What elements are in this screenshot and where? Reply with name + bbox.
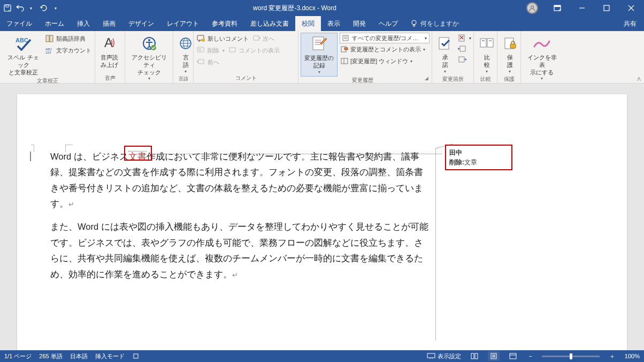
accept-button[interactable]: 承 諾 bbox=[434, 33, 456, 76]
language-button[interactable]: 言 語 bbox=[175, 33, 196, 76]
language-indicator[interactable]: 日本語 bbox=[70, 352, 88, 360]
tab-draw[interactable]: 描画 bbox=[96, 16, 122, 31]
page-indicator[interactable]: 1/1 ページ bbox=[4, 352, 32, 360]
minimize-button[interactable] bbox=[570, 1, 594, 16]
tab-review[interactable]: 校閲 bbox=[295, 16, 321, 31]
zoom-level[interactable]: 100% bbox=[625, 353, 640, 359]
show-comments-icon bbox=[229, 47, 236, 54]
svg-text:123: 123 bbox=[45, 51, 51, 54]
document-body[interactable]: Word は、ビジネス文書作成において非常に便利なツールです。主に報告書や契約書… bbox=[50, 149, 429, 290]
svg-rect-61 bbox=[475, 353, 478, 359]
tab-file[interactable]: ファイル bbox=[0, 16, 39, 31]
revision-balloon[interactable]: 田中 削除:文章 bbox=[445, 145, 512, 170]
group-compare: 比 較 比較 bbox=[474, 31, 497, 83]
redo-icon[interactable] bbox=[40, 4, 48, 12]
zoom-out-button[interactable]: − bbox=[526, 353, 534, 359]
qat-customize-icon[interactable]: ▾ bbox=[51, 4, 60, 12]
svg-rect-6 bbox=[604, 5, 609, 11]
status-bar: 1/1 ページ 265 単語 日本語 挿入モード 表示設定 − ＋ 100% bbox=[0, 350, 644, 362]
group-accessibility: アクセシビリティ チェック アクセシビリティ bbox=[125, 31, 173, 83]
tab-design[interactable]: デザイン bbox=[122, 16, 160, 31]
ribbon-tabs: ファイル ホーム 挿入 描画 デザイン レイアウト 参考資料 差し込み文書 校閲… bbox=[0, 16, 644, 31]
hide-ink-button[interactable]: インクを非表 示にする bbox=[523, 33, 561, 82]
svg-text:ABC: ABC bbox=[16, 37, 28, 43]
group-speech: A 音声読 み上げ 音声 bbox=[95, 31, 125, 83]
zoom-slider[interactable] bbox=[542, 356, 600, 357]
print-layout-button[interactable] bbox=[488, 351, 500, 361]
new-comment-button[interactable]: 新しいコメント 次へ bbox=[196, 33, 275, 44]
track-changes-button[interactable]: 変更履歴の 記録 bbox=[301, 33, 338, 77]
tab-home[interactable]: ホーム bbox=[39, 16, 71, 31]
word-count[interactable]: 265 単語 bbox=[39, 352, 62, 360]
tab-mailings[interactable]: 差し込み文書 bbox=[244, 16, 295, 31]
svg-rect-51 bbox=[487, 39, 493, 47]
prev-comment-button: 前へ bbox=[196, 56, 220, 68]
tab-references[interactable]: 参考資料 bbox=[205, 16, 244, 31]
change-bar bbox=[30, 152, 32, 161]
tab-layout[interactable]: レイアウト bbox=[160, 16, 205, 31]
svg-rect-50 bbox=[480, 39, 486, 47]
show-markup-button[interactable]: 変更履歴とコメントの表示 bbox=[340, 43, 430, 55]
tab-developer[interactable]: 開発 bbox=[347, 16, 372, 31]
svg-rect-28 bbox=[197, 47, 204, 52]
close-button[interactable] bbox=[619, 1, 643, 16]
group-ink: インクを非表 示にする インク bbox=[521, 31, 563, 83]
collapse-ribbon-icon[interactable]: ᐱ bbox=[637, 76, 641, 82]
tab-insert[interactable]: 挿入 bbox=[71, 16, 96, 31]
svg-rect-60 bbox=[471, 353, 474, 359]
svg-rect-49 bbox=[459, 57, 464, 62]
accessibility-button[interactable]: アクセシビリティ チェック bbox=[127, 33, 171, 82]
group-language: 言 語 言語 bbox=[173, 31, 194, 83]
share-button[interactable]: 共有 bbox=[616, 16, 644, 31]
undo-dropdown-icon[interactable]: ▾ bbox=[27, 4, 35, 12]
thesaurus-button[interactable]: 類義語辞典 bbox=[44, 33, 93, 44]
document-area: Word は、ビジネス文書作成において非常に便利なツールです。主に報告書や契約書… bbox=[0, 84, 644, 351]
next-change-button[interactable] bbox=[457, 54, 472, 65]
svg-rect-31 bbox=[229, 48, 235, 52]
read-mode-button[interactable] bbox=[469, 351, 480, 361]
web-layout-button[interactable] bbox=[507, 351, 519, 361]
wordcount-icon: ABC123 bbox=[45, 47, 54, 54]
wordcount-button[interactable]: ABC123 文字カウント bbox=[44, 44, 93, 56]
display-icon bbox=[427, 353, 435, 359]
reviewing-pane-button[interactable]: [変更履歴] ウィンドウ bbox=[340, 55, 430, 67]
next-comment-icon bbox=[253, 35, 260, 42]
svg-point-18 bbox=[148, 39, 150, 41]
display-for-review[interactable]: すべての変更履歴/コメ… ▾ bbox=[340, 33, 430, 43]
svg-rect-1 bbox=[6, 5, 9, 7]
undo-icon[interactable] bbox=[16, 4, 25, 12]
svg-point-2 bbox=[531, 6, 534, 9]
compare-button[interactable]: 比 較 bbox=[476, 33, 497, 76]
document-page[interactable]: Word は、ビジネス文書作成において非常に便利なツールです。主に報告書や契約書… bbox=[17, 94, 627, 351]
tell-me-search[interactable]: 何をしますか bbox=[404, 16, 465, 31]
insert-mode[interactable]: 挿入モード bbox=[95, 352, 125, 360]
group-changes: 承 諾 ▾ 変更箇所 bbox=[432, 31, 474, 83]
svg-rect-41 bbox=[344, 48, 348, 50]
read-aloud-icon: A bbox=[102, 34, 117, 53]
margin-marker bbox=[31, 145, 34, 152]
svg-rect-13 bbox=[50, 35, 53, 42]
macro-indicator[interactable] bbox=[132, 352, 140, 360]
svg-rect-44 bbox=[439, 37, 449, 49]
ink-icon bbox=[533, 34, 551, 53]
reject-icon bbox=[458, 34, 466, 42]
save-icon[interactable] bbox=[3, 4, 12, 12]
user-avatar[interactable] bbox=[526, 2, 538, 14]
tab-view[interactable]: 表示 bbox=[321, 16, 347, 31]
reject-button[interactable]: ▾ bbox=[457, 33, 472, 43]
svg-rect-4 bbox=[554, 5, 561, 7]
ribbon: ABC スペル チェック と文章校正 類義語辞典 ABC123 文字カウント 文… bbox=[0, 31, 644, 84]
maximize-button[interactable] bbox=[595, 1, 618, 16]
display-settings[interactable]: 表示設定 bbox=[427, 352, 461, 360]
protect-button[interactable]: 保 護 bbox=[500, 33, 520, 76]
spelling-button[interactable]: ABC スペル チェック と文章校正 bbox=[2, 33, 44, 77]
svg-rect-55 bbox=[510, 44, 516, 48]
title-bar: ▾ ▾ word 変更履歴-3.docx - Word bbox=[0, 0, 644, 16]
lightbulb-icon bbox=[411, 20, 417, 27]
zoom-in-button[interactable]: ＋ bbox=[607, 352, 617, 360]
ribbon-options-icon[interactable] bbox=[546, 1, 569, 16]
language-icon bbox=[179, 34, 193, 53]
read-aloud-button[interactable]: A 音声読 み上げ bbox=[97, 33, 121, 70]
tab-help[interactable]: ヘルプ bbox=[372, 16, 404, 31]
prev-change-button[interactable] bbox=[457, 43, 472, 54]
